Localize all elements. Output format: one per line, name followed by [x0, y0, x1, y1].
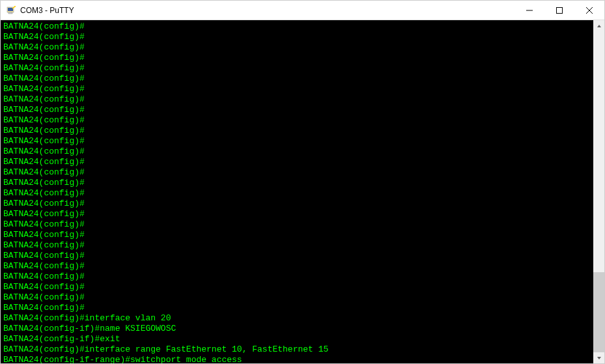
terminal-line: BATNA24(config)# — [3, 32, 591, 42]
terminal-line: BATNA24(config)# — [3, 292, 591, 303]
terminal-line: BATNA24(config)# — [3, 272, 591, 282]
close-button[interactable] — [574, 1, 604, 20]
svg-rect-1 — [8, 8, 13, 11]
terminal-line: BATNA24(config-if-range)#switchport mode… — [3, 355, 591, 363]
terminal-line: BATNA24(config)# — [3, 219, 591, 230]
scroll-track[interactable] — [593, 31, 604, 352]
terminal-line: BATNA24(config)# — [3, 188, 591, 199]
svg-rect-2 — [8, 12, 12, 14]
terminal-line: BATNA24(config)# — [3, 53, 591, 63]
terminal-line: BATNA24(config-if)#exit — [3, 334, 591, 344]
terminal-line: BATNA24(config)# — [3, 230, 591, 240]
minimize-button[interactable] — [514, 1, 544, 20]
scroll-up-button[interactable] — [593, 20, 604, 31]
svg-rect-6 — [557, 7, 563, 13]
terminal-line: BATNA24(config)# — [3, 84, 591, 94]
terminal-line: BATNA24(config)# — [3, 42, 591, 53]
svg-marker-9 — [597, 25, 601, 27]
terminal-line: BATNA24(config)# — [3, 282, 591, 292]
terminal-line: BATNA24(config)# — [3, 136, 591, 147]
terminal-line: BATNA24(config)#interface vlan 20 — [3, 313, 591, 324]
scroll-thumb[interactable] — [593, 272, 604, 352]
scrollbar[interactable] — [593, 20, 604, 363]
terminal-line: BATNA24(config)# — [3, 199, 591, 209]
terminal-line: BATNA24(config)# — [3, 115, 591, 126]
terminal-line: BATNA24(config)# — [3, 126, 591, 136]
scroll-down-button[interactable] — [593, 352, 604, 363]
svg-marker-10 — [597, 357, 601, 359]
terminal-line: BATNA24(config)# — [3, 303, 591, 313]
terminal-line: BATNA24(config)# — [3, 63, 591, 74]
svg-point-4 — [14, 6, 16, 7]
terminal-line: BATNA24(config)# — [3, 261, 591, 272]
putty-icon — [6, 5, 16, 16]
terminal-line: BATNA24(config)# — [3, 157, 591, 167]
terminal-line: BATNA24(config)# — [3, 167, 591, 178]
window-controls — [514, 1, 604, 20]
terminal-line: BATNA24(config)# — [3, 21, 591, 32]
terminal-line: BATNA24(config)#interface range FastEthe… — [3, 344, 591, 355]
terminal-output[interactable]: BATNA24(config)#BATNA24(config)#BATNA24(… — [1, 20, 593, 363]
window-title: COM3 - PuTTY — [20, 6, 514, 15]
terminal-line: BATNA24(config)# — [3, 105, 591, 115]
terminal-line: BATNA24(config)# — [3, 74, 591, 84]
terminal-line: BATNA24(config)# — [3, 94, 591, 105]
terminal-line: BATNA24(config)# — [3, 178, 591, 188]
putty-window: COM3 - PuTTY BATNA24(config)#BATNA24(con… — [0, 0, 605, 364]
titlebar[interactable]: COM3 - PuTTY — [1, 1, 604, 20]
terminal-line: BATNA24(config)# — [3, 251, 591, 261]
terminal-line: BATNA24(config)# — [3, 240, 591, 251]
maximize-button[interactable] — [544, 1, 574, 20]
terminal-line: BATNA24(config)# — [3, 147, 591, 157]
terminal-line: BATNA24(config-if)#name KSIEGOWOSC — [3, 324, 591, 334]
terminal-line: BATNA24(config)# — [3, 209, 591, 219]
content-area: BATNA24(config)#BATNA24(config)#BATNA24(… — [1, 20, 604, 363]
